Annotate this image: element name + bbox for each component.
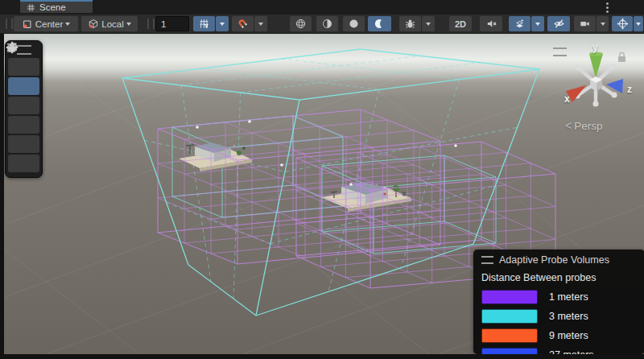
camera-settings-button[interactable] bbox=[574, 16, 596, 31]
pivot-center-icon bbox=[22, 19, 33, 30]
tool-rect[interactable] bbox=[8, 135, 39, 153]
tools-overlay bbox=[5, 40, 43, 178]
svg-text:Y: Y bbox=[204, 23, 208, 29]
effects-dropdown[interactable] bbox=[531, 16, 544, 31]
camera-settings-dropdown[interactable] bbox=[597, 16, 609, 31]
axis-y-label[interactable]: y bbox=[592, 42, 598, 53]
legend-row: 9 meters bbox=[481, 328, 644, 343]
legend-row: 1 meters bbox=[481, 290, 644, 304]
apv-legend-subtitle: Distance Between probes bbox=[473, 266, 644, 285]
adaptive-probe-volumes-overlay: Adaptive Probe Volumes Distance Between … bbox=[473, 250, 644, 354]
chevron-down-icon bbox=[65, 23, 70, 26]
shading-shaded-button[interactable] bbox=[316, 16, 338, 31]
view-2d-label: 2D bbox=[455, 19, 466, 29]
tool-scale[interactable] bbox=[8, 116, 39, 134]
chevron-down-icon bbox=[535, 23, 540, 26]
apv-overlay-handle[interactable] bbox=[481, 256, 493, 264]
orientation-mode-label: Local bbox=[101, 19, 124, 29]
toolbar-grip[interactable] bbox=[6, 19, 13, 29]
chevron-down-icon bbox=[220, 23, 225, 26]
view-2d-toggle[interactable]: 2D bbox=[449, 16, 472, 31]
camera-icon bbox=[579, 18, 591, 30]
axis-x-label[interactable]: x bbox=[564, 93, 570, 105]
lighting-toggle[interactable] bbox=[368, 16, 391, 31]
wire-sphere-icon bbox=[295, 18, 307, 30]
chevron-down-icon bbox=[426, 23, 431, 26]
orientation-dropdown[interactable]: Local bbox=[81, 16, 138, 31]
chevron-down-icon bbox=[636, 23, 641, 26]
eye-slash-icon bbox=[553, 18, 565, 30]
gizmos-dropdown[interactable] bbox=[634, 16, 643, 31]
scene-grid-icon bbox=[27, 3, 35, 12]
transform-icon bbox=[6, 41, 19, 54]
pivot-mode-label: Center bbox=[35, 19, 64, 29]
chevron-left-icon: < bbox=[565, 119, 572, 132]
gizmo-sphere-icon bbox=[617, 18, 629, 30]
tools-overlay-handle[interactable] bbox=[17, 45, 31, 55]
tab-scene[interactable]: Scene bbox=[20, 0, 93, 13]
orientation-overlay-handle[interactable] bbox=[553, 47, 567, 56]
grid-snap-dropdown[interactable] bbox=[216, 16, 229, 31]
tab-bar: Scene bbox=[0, 0, 644, 14]
tab-label: Scene bbox=[39, 2, 66, 12]
tool-move[interactable] bbox=[8, 77, 39, 95]
projection-label: Persp bbox=[574, 120, 602, 132]
pivot-mode-dropdown[interactable]: Center bbox=[14, 16, 78, 31]
bug-icon bbox=[404, 18, 416, 30]
debug-draw-modes-button[interactable] bbox=[399, 16, 421, 31]
scene-frame: y x z < Persp Adaptive Probe Volumes Dis… bbox=[0, 34, 644, 359]
chevron-down-icon bbox=[258, 23, 263, 26]
legend-swatch-9m bbox=[481, 328, 538, 343]
audio-muted-icon bbox=[485, 18, 497, 30]
magnet-icon bbox=[237, 18, 249, 30]
legend-row: 27 meters bbox=[481, 348, 644, 354]
unity-scene-view-window: Scene Center Local Y bbox=[0, 0, 644, 359]
chevron-down-icon bbox=[126, 23, 131, 26]
legend-label: 9 meters bbox=[549, 330, 588, 341]
apv-overlay-title: Adaptive Probe Volumes bbox=[499, 254, 609, 266]
audio-toggle[interactable] bbox=[480, 16, 502, 31]
tool-view-hand[interactable] bbox=[8, 58, 39, 76]
legend-label: 3 meters bbox=[549, 311, 588, 322]
axis-z-label[interactable]: z bbox=[627, 84, 632, 95]
gizmos-toggle[interactable] bbox=[612, 16, 633, 31]
shading-unlit-button[interactable] bbox=[343, 16, 365, 31]
legend-label: 27 meters bbox=[549, 349, 594, 354]
scene-visibility-toggle[interactable] bbox=[547, 16, 570, 31]
scene-viewport[interactable]: y x z < Persp Adaptive Probe Volumes Dis… bbox=[4, 34, 644, 354]
legend-row: 3 meters bbox=[481, 309, 644, 324]
local-cube-icon bbox=[88, 19, 99, 30]
half-sphere-icon bbox=[321, 18, 333, 30]
moon-icon bbox=[374, 18, 386, 30]
grid-snap-toggle[interactable]: Y bbox=[193, 16, 215, 31]
overflow-menu-icon[interactable] bbox=[606, 2, 609, 5]
shading-wireframe-button[interactable] bbox=[290, 16, 312, 31]
effects-toggle[interactable] bbox=[509, 16, 530, 31]
toolbar-grip[interactable] bbox=[147, 19, 155, 29]
legend-label: 1 meters bbox=[549, 291, 588, 303]
legend-swatch-3m bbox=[481, 309, 538, 324]
tool-rotate[interactable] bbox=[8, 97, 39, 114]
effects-icon bbox=[514, 18, 526, 30]
legend-swatch-27m bbox=[481, 348, 538, 354]
projection-toggle[interactable]: < Persp bbox=[565, 119, 602, 132]
chevron-down-icon bbox=[601, 23, 605, 26]
scene-toolbar: Center Local Y bbox=[0, 14, 644, 34]
legend-swatch-1m bbox=[481, 290, 538, 304]
snap-magnet-dropdown[interactable] bbox=[254, 16, 267, 31]
move-snap-input[interactable] bbox=[155, 16, 189, 31]
snap-magnet-toggle[interactable] bbox=[232, 16, 254, 31]
debug-draw-modes-dropdown[interactable] bbox=[422, 16, 435, 31]
tool-transform[interactable] bbox=[8, 155, 39, 172]
unlit-circle-icon bbox=[348, 18, 360, 30]
